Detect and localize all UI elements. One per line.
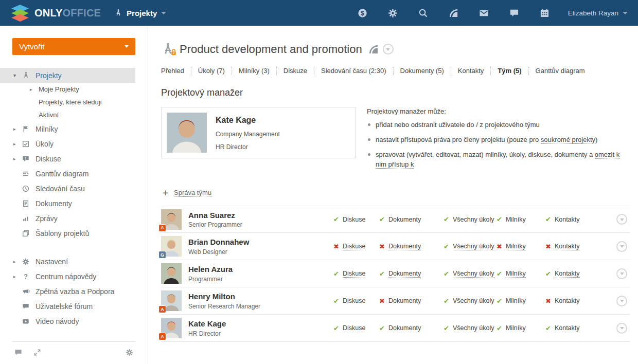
- product-menu-projects[interactable]: Projekty: [114, 9, 166, 17]
- sidebar-item-zpetna-vazba-a-podpora[interactable]: Zpětná vazba a Podpora: [0, 284, 135, 299]
- member-name[interactable]: Anna Suarez: [188, 211, 242, 220]
- sidebar-settings-icon[interactable]: [126, 349, 133, 356]
- allowed-check-icon[interactable]: ✔: [333, 297, 339, 305]
- expander-icon[interactable]: ▸: [30, 87, 39, 92]
- row-actions-button[interactable]: [616, 296, 627, 306]
- sidebar-item-projekty-ktere-sleduji[interactable]: Projekty, které sleduji: [0, 96, 135, 108]
- allowed-check-icon[interactable]: ✔: [379, 270, 385, 278]
- mail-icon[interactable]: [478, 7, 490, 19]
- sidebar-item-centrum-napovedy[interactable]: ▸ ? Centrum nápovědy: [0, 269, 135, 284]
- allowed-check-icon[interactable]: ✔: [545, 324, 551, 332]
- settings-icon[interactable]: [387, 7, 399, 19]
- permission-label[interactable]: Kontakty: [555, 270, 580, 278]
- tab-ganttuv-diagram[interactable]: Ganttův diagram: [536, 67, 585, 75]
- sidebar-item-dokumenty[interactable]: Dokumenty: [0, 196, 135, 211]
- allowed-check-icon[interactable]: ✔: [333, 215, 339, 223]
- tab-kontakty[interactable]: Kontakty: [458, 67, 484, 75]
- follow-feed-icon[interactable]: [368, 44, 379, 54]
- permission-label[interactable]: Milníky: [506, 270, 526, 278]
- sidebar-item-ganttuv-diagram[interactable]: Ganttův diagram: [0, 166, 135, 181]
- expander-icon[interactable]: ▸: [13, 156, 22, 161]
- allowed-check-icon[interactable]: ✔: [444, 243, 449, 250]
- allowed-check-icon[interactable]: ✔: [444, 270, 449, 278]
- allowed-check-icon[interactable]: ✔: [333, 270, 339, 278]
- permission-label[interactable]: Kontakty: [555, 243, 580, 250]
- member-name[interactable]: Brian Donnahew: [188, 238, 249, 246]
- allowed-check-icon[interactable]: ✔: [497, 270, 502, 278]
- allowed-check-icon[interactable]: ✔: [444, 324, 449, 332]
- expander-icon[interactable]: ▸: [13, 274, 22, 279]
- expander-icon[interactable]: ▸: [13, 141, 22, 147]
- permission-label[interactable]: Dokumenty: [388, 243, 421, 250]
- tab-ukoly-7[interactable]: Úkoly (7): [198, 67, 225, 75]
- row-actions-button[interactable]: [616, 323, 627, 334]
- member-name[interactable]: Henry Milton: [188, 292, 260, 301]
- support-chat-icon[interactable]: [14, 349, 22, 356]
- allowed-check-icon[interactable]: ✔: [333, 324, 339, 332]
- allowed-check-icon[interactable]: ✔: [497, 324, 502, 332]
- tab-milniky-3[interactable]: Milníky (3): [239, 67, 270, 75]
- row-actions-button[interactable]: [616, 268, 627, 279]
- sidebar-item-aktivni[interactable]: Aktivní: [0, 108, 135, 121]
- create-button[interactable]: Vytvořit: [12, 38, 135, 55]
- permission-label: Všechny úkoly: [453, 297, 494, 304]
- permission-label[interactable]: Dokumenty: [388, 270, 421, 278]
- permission-label[interactable]: Diskuse: [343, 270, 365, 278]
- member-role: Senior Research Manager: [188, 303, 260, 310]
- permission-label[interactable]: Milníky: [506, 243, 526, 250]
- denied-cross-icon[interactable]: ✖: [333, 243, 339, 250]
- sidebar-item-nastaveni[interactable]: ▸ Nastavení: [0, 254, 135, 269]
- allowed-check-icon[interactable]: ✔: [545, 215, 551, 223]
- tab-sledovani-casu-2-30[interactable]: Sledování času (2:30): [321, 67, 386, 75]
- expander-icon[interactable]: ▸: [13, 126, 22, 132]
- talk-icon[interactable]: [509, 7, 520, 19]
- sidebar-item-moje-projekty[interactable]: ▸ Moje Projekty: [0, 83, 135, 96]
- permission-label[interactable]: Diskuse: [343, 243, 365, 250]
- sidebar-item-label: Projekty: [36, 71, 62, 80]
- sidebar-item-zpravy[interactable]: Zprávy: [0, 211, 135, 226]
- rights-link-private-projects[interactable]: soukromé projekty: [541, 136, 595, 144]
- sidebar-item-milniky[interactable]: ▸ Milníky: [0, 121, 135, 136]
- denied-cross-icon[interactable]: ✖: [379, 243, 385, 250]
- allowed-check-icon[interactable]: ✔: [444, 215, 449, 223]
- permission-label[interactable]: Všechny úkoly: [453, 270, 494, 278]
- member-name[interactable]: Helen Azura: [188, 265, 233, 274]
- denied-cross-icon[interactable]: ✖: [379, 297, 385, 305]
- payments-icon[interactable]: $: [357, 7, 368, 19]
- tab-tym-5[interactable]: Tým (5): [498, 67, 521, 75]
- manage-team-link[interactable]: ＋ Správa týmu: [161, 188, 630, 197]
- fullscreen-icon[interactable]: [33, 349, 41, 356]
- user-menu[interactable]: Elizabeth Rayan: [568, 9, 628, 17]
- tab-diskuze[interactable]: Diskuze: [283, 67, 307, 75]
- row-actions-button[interactable]: [616, 214, 627, 225]
- search-icon[interactable]: [418, 7, 429, 19]
- expander-icon[interactable]: ▸: [13, 259, 22, 264]
- sidebar-item-projekty[interactable]: ▾ Projekty: [0, 68, 135, 83]
- denied-cross-icon[interactable]: ✖: [497, 243, 502, 250]
- denied-cross-icon[interactable]: ✖: [545, 243, 551, 250]
- sidebar-item-sablony-projektu[interactable]: Šablony projektů: [0, 226, 135, 241]
- sidebar-item-uzivatelske-forum[interactable]: Uživatelské fórum: [0, 299, 135, 314]
- tab-prehled[interactable]: Přehled: [161, 67, 184, 75]
- allowed-check-icon[interactable]: ✔: [379, 215, 385, 223]
- allowed-check-icon[interactable]: ✔: [545, 270, 551, 278]
- project-actions-button[interactable]: [383, 44, 394, 54]
- tab-dokumenty-5[interactable]: Dokumenty (5): [400, 67, 444, 75]
- denied-cross-icon[interactable]: ✖: [545, 297, 551, 305]
- allowed-check-icon[interactable]: ✔: [379, 324, 385, 332]
- onlyoffice-logo[interactable]: ONLYOFFICE: [11, 5, 101, 21]
- feed-icon[interactable]: [448, 7, 459, 19]
- allowed-check-icon[interactable]: ✔: [444, 297, 449, 305]
- expander-icon[interactable]: ▾: [13, 72, 22, 78]
- allowed-check-icon[interactable]: ✔: [497, 297, 502, 305]
- sidebar-item-diskuse[interactable]: ▸ Diskuse: [0, 151, 135, 166]
- sidebar-item-video-navody[interactable]: Video návody: [0, 314, 135, 329]
- allowed-check-icon[interactable]: ✔: [497, 215, 502, 223]
- sidebar-item-ukoly[interactable]: ▸ Úkoly: [0, 136, 135, 151]
- sidebar-item-sledovani-casu[interactable]: Sledování času: [0, 181, 135, 196]
- row-actions-button[interactable]: [616, 241, 627, 252]
- manager-name[interactable]: Kate Kage: [216, 116, 280, 125]
- permission-label[interactable]: Všechny úkoly: [453, 243, 494, 250]
- calendar-icon[interactable]: [539, 7, 551, 19]
- member-name[interactable]: Kate Kage: [188, 319, 226, 328]
